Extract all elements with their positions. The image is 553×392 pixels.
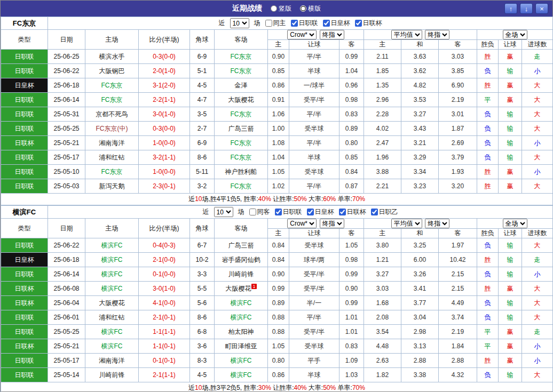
final-odds-select-b[interactable]: 终指 (425, 219, 449, 228)
cell-goals-result: 大 (522, 78, 553, 93)
cell-date: 25-05-10 (48, 165, 85, 179)
cell-corners: 5-6 (190, 296, 215, 310)
league-checkbox[interactable]: 日皇杯 (307, 207, 334, 217)
cell-score: 2-3(0-1) (139, 179, 190, 194)
match-row: 日联杯25-05-21横滨FC1-1(0-1)3-6町田泽维亚1.05受半球0.… (1, 339, 553, 354)
cell-date: 25-05-17 (48, 150, 85, 165)
final-odds-select-a[interactable]: 终指 (320, 219, 344, 228)
cell-asia-handicap: 一/球半 (289, 78, 339, 93)
scope-select[interactable]: 全场 (503, 219, 527, 228)
cell-away-team: 横滨FC (215, 310, 268, 325)
same-venue-checkbox[interactable]: 同客 (249, 207, 270, 217)
league-checkbox-input[interactable] (323, 20, 330, 27)
cell-asia-handicap: 平/半 (289, 50, 339, 64)
cell-result: 负 (477, 310, 499, 325)
cell-home-team: 湘南海洋 (85, 354, 139, 368)
bookmaker-select[interactable]: Crow* (287, 30, 317, 39)
summary-row: 近10场,胜3平2负5, 胜率:30% 让胜率:40% 大率:50% 单率:70… (1, 382, 553, 392)
league-checkbox[interactable]: 日职联 (291, 19, 318, 28)
summary-value: 60% (323, 195, 336, 203)
league-checkbox[interactable]: 日皇杯 (323, 19, 350, 28)
league-checkbox-input[interactable] (291, 20, 298, 27)
cell-competition: 日职联 (1, 93, 48, 107)
team-results-table: FC东京 近 10 场 同主 日职联日皇杯日联杯 类型 (1, 17, 553, 205)
scroll-down-button[interactable]: ↓ (520, 3, 533, 14)
summary-value: 10 (195, 384, 202, 391)
title-group: 近期战绩 竖版 横版 (232, 1, 321, 17)
cell-result: 胜 (477, 354, 499, 368)
cell-result: 负 (477, 136, 499, 150)
cell-asia-away-odds: 1.04 (339, 64, 364, 78)
final-odds-select-b[interactable]: 终指 (425, 30, 449, 39)
cell-score: 3-0(1-0) (139, 107, 190, 122)
cell-competition: 日职联 (1, 267, 48, 282)
league-checkbox-input[interactable] (371, 209, 378, 215)
scope-select[interactable]: 全场 (503, 30, 527, 39)
league-checkbox-input[interactable] (339, 209, 346, 215)
league-checkboxes: 日职联日皇杯日联杯日职乙 (275, 207, 398, 217)
cell-away-team: 横滨FC (215, 354, 268, 368)
cell-euro-home-odds: 1.68 (364, 296, 401, 310)
cell-competition: 日职联 (1, 64, 48, 78)
col-score: 比分(半场) (139, 219, 190, 238)
bookmaker-select[interactable]: Crow* (287, 219, 317, 228)
cell-asia-away-odds: 0.99 (339, 50, 364, 64)
col-asia-away: 客 (339, 40, 364, 50)
cell-corners: 3-6 (190, 339, 215, 354)
league-checkbox[interactable]: 日职联 (275, 207, 302, 217)
cell-home-team: FC东京 (85, 78, 139, 93)
cell-away-team: FC东京 (215, 107, 268, 122)
cell-result: 负 (477, 238, 499, 253)
cell-handicap-result: 赢 (499, 179, 522, 194)
cell-goals-result: 小 (522, 136, 553, 150)
same-venue-label: 同客 (257, 207, 270, 217)
cell-euro-away-odds: 2.19 (439, 325, 477, 339)
cell-euro-draw-odds: 3.23 (401, 179, 439, 194)
cell-date: 25-05-03 (48, 179, 85, 194)
cell-asia-handicap: 球半/两 (289, 253, 339, 267)
cell-goals-result: 大 (522, 296, 553, 310)
final-odds-select-a[interactable]: 终指 (320, 30, 344, 39)
col-asia-away: 客 (339, 229, 364, 238)
cell-home-team: 京都不死鸟 (85, 107, 139, 122)
cell-asia-handicap: 受平/半 (289, 267, 339, 282)
scroll-up-button[interactable]: ↑ (504, 3, 517, 14)
cell-goals-result: 大 (522, 238, 553, 253)
cell-score: 2-1(0-0) (139, 253, 190, 267)
cell-asia-home-odds: 0.86 (268, 78, 289, 93)
layout-option-vertical[interactable]: 竖版 (271, 4, 291, 13)
cell-asia-home-odds: 1.05 (268, 165, 289, 179)
cell-date: 25-06-18 (48, 78, 85, 93)
col-euro-home: 主 (364, 40, 401, 50)
average-select[interactable]: 平均值 (391, 219, 422, 228)
cell-away-team: 横滨FC (215, 296, 268, 310)
league-checkbox-input[interactable] (307, 209, 314, 215)
cell-asia-away-odds: 0.89 (339, 122, 364, 136)
match-count-select[interactable]: 10 (214, 207, 233, 217)
league-checkbox[interactable]: 日联杯 (339, 207, 366, 217)
league-checkbox[interactable]: 日职乙 (371, 207, 398, 217)
cell-goals-result: 大 (522, 310, 553, 325)
cell-date: 25-06-14 (48, 267, 85, 282)
cell-home-team: 浦和红钻 (85, 310, 139, 325)
same-venue-input[interactable] (265, 20, 272, 27)
cell-home-team: 横滨FC (85, 282, 139, 296)
summary-text: 场,胜4平1负5, 胜率: (202, 195, 258, 203)
cell-date: 25-05-25 (48, 122, 85, 136)
match-count-select[interactable]: 10 (230, 18, 249, 28)
cell-score: 0-4(0-3) (139, 238, 190, 253)
average-select[interactable]: 平均值 (391, 30, 422, 39)
league-checkbox-input[interactable] (355, 20, 362, 27)
close-button[interactable]: × (535, 3, 548, 14)
same-venue-input[interactable] (249, 209, 256, 215)
match-row: 日职联25-06-01浦和红钻2-1(0-1)8-6横滨FC0.88平/半1.0… (1, 310, 553, 325)
cell-euro-draw-odds: 3.63 (401, 50, 439, 64)
league-checkbox[interactable]: 日联杯 (355, 19, 382, 28)
same-venue-checkbox[interactable]: 同主 (265, 19, 286, 28)
cell-euro-home-odds: 1.82 (364, 368, 401, 382)
cell-asia-home-odds: 0.90 (268, 50, 289, 64)
league-checkbox-input[interactable] (275, 209, 282, 215)
layout-option-horizontal[interactable]: 横版 (300, 4, 321, 13)
layout-radio-vertical-input[interactable] (271, 5, 277, 12)
layout-radio-horizontal-input[interactable] (300, 5, 306, 12)
